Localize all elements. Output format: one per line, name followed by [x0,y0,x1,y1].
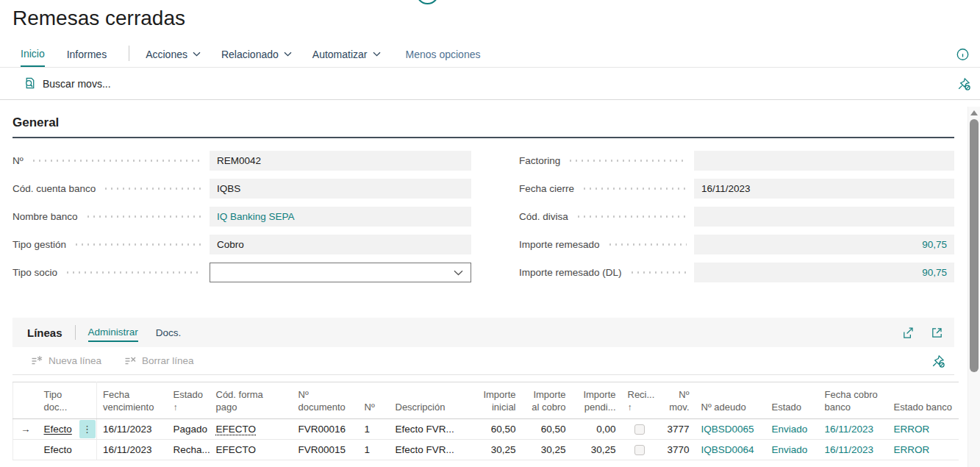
scrollbar-up-arrow[interactable] [970,110,978,115]
menos-opciones-button[interactable]: Menos opciones [406,41,481,67]
col-estado-banco[interactable]: Estado banco [888,382,959,419]
cell-estado[interactable]: Recha... [168,440,210,460]
cell-fecha-cobro-banco[interactable]: 16/11/2023 [819,440,888,460]
cell-estado-envio[interactable]: Enviado [766,440,819,460]
cell-cod-forma-pago[interactable]: EFECTO [210,440,293,460]
tab-inicio[interactable]: Inicio [21,41,45,67]
menu-relacionado[interactable]: Relacionado [221,41,292,67]
col-importe-inicial-label: Importe inicial [483,389,515,413]
field-nombre-banco-value[interactable]: IQ Banking SEPA [210,207,471,227]
borrar-linea-button[interactable]: Borrar línea [124,354,194,368]
field-importe-remesado-dl-value[interactable]: 90,75 [694,263,954,282]
cell-link[interactable]: Enviado [772,424,808,435]
cell-num-mov[interactable]: 3770 [657,440,695,460]
col-num[interactable]: Nº [359,382,390,419]
cell-recibido[interactable] [622,419,657,440]
field-factoring-value[interactable] [694,151,954,171]
col-descripcion[interactable]: Descripción [390,382,475,419]
unpin-icon[interactable] [931,354,945,368]
cell-link[interactable]: ERROR [894,424,930,435]
col-importe-al-cobro[interactable]: Importe al cobro [522,382,572,419]
cell-value: 60,50 [541,424,566,435]
cell-link[interactable]: IQBSD0064 [701,444,754,455]
buscar-movs-button[interactable]: Buscar movs... [23,76,111,90]
nueva-linea-button[interactable]: Nueva línea [30,354,101,368]
ellipsis-vertical-icon: ⋮ [82,424,92,435]
recibido-checkbox[interactable] [634,445,645,455]
vertical-scrollbar[interactable] [968,107,980,467]
col-cod-forma-pago[interactable]: Cód. forma pago [210,382,293,419]
cell-num-documento[interactable]: FVR00015 [293,440,359,460]
info-icon[interactable] [956,47,970,61]
field-tipo-socio-select[interactable] [210,263,471,282]
col-tipo-doc[interactable]: Tipo doc... [38,382,78,419]
field-cod-cuenta-banco: Cód. cuenta banco IQBS [12,179,471,199]
cell-value: Efecto [44,444,72,455]
field-importe-remesado-value[interactable]: 90,75 [694,235,954,254]
scrollbar-thumb[interactable] [970,119,979,372]
lines-tab-docs[interactable]: Docs. [156,324,182,341]
cell-tipo-doc[interactable]: Efecto [38,440,78,460]
cell-value: 0,00 [596,424,615,435]
cell-estado[interactable]: Pagado [168,419,210,440]
unpin-icon[interactable] [956,76,971,91]
col-num-mov[interactable]: Nº mov. [657,382,695,419]
recibido-checkbox[interactable] [634,424,645,435]
col-fecha-cobro-banco[interactable]: Fecha cobro banco [819,382,888,419]
cell-num-mov[interactable]: 3777 [657,419,695,440]
cell-estado-envio[interactable]: Enviado [766,419,819,440]
cell-num[interactable]: 1 [359,440,390,460]
cell-num-adeudo[interactable]: IQBSD0064 [695,440,766,460]
cell-fecha-cobro-banco[interactable]: 16/11/2023 [819,419,888,440]
field-tipo-gestion-value[interactable]: Cobro [210,235,471,254]
cell-descripcion[interactable]: Efecto FVR... [390,419,475,440]
cell-num-documento[interactable]: FVR00016 [293,419,359,440]
field-tipo-gestion-label: Tipo gestión [12,239,66,250]
cell-value: 3777 [667,424,689,435]
field-no-value[interactable]: REM0042 [210,151,471,171]
cell-importe-al-cobro[interactable]: 30,25 [522,440,572,460]
col-estado-envio[interactable]: Estado [766,382,819,419]
cell-estado-banco[interactable]: ERROR [888,419,959,440]
col-recibido[interactable]: Reci...↑ [622,382,657,419]
col-estado-banco-label: Estado banco [894,402,953,413]
col-num-adeudo[interactable]: Nº adeudo [695,382,766,419]
row-menu-button[interactable]: ⋮ [79,420,96,438]
cell-link[interactable]: ERROR [894,444,930,455]
cell-importe-pendiente[interactable]: 0,00 [572,419,622,440]
menu-acciones[interactable]: Acciones [146,41,201,67]
cell-fecha-vencimiento[interactable]: 16/11/2023 [97,440,168,460]
lines-tab-administrar[interactable]: Administrar [88,324,138,342]
menu-automatizar[interactable]: Automatizar [312,41,381,67]
general-fields: Nº REM0042 Cód. cuenta banco IQBS Nombre… [12,151,954,282]
col-importe-pendiente[interactable]: Importe pendi... [572,382,622,419]
cell-cod-forma-pago[interactable]: EFECTO [210,419,293,440]
field-cod-divisa-value[interactable] [694,207,954,227]
field-fecha-cierre-value[interactable]: 16/11/2023 [694,179,954,199]
cell-num[interactable]: 1 [359,419,390,440]
cell-importe-pendiente[interactable]: 30,25 [572,440,622,460]
cell-importe-inicial[interactable]: 60,50 [475,419,522,440]
cell-importe-al-cobro[interactable]: 60,50 [522,419,572,440]
expand-icon[interactable] [930,326,944,340]
cell-importe-inicial[interactable]: 30,25 [475,440,522,460]
cell-num-adeudo[interactable]: IQBSD0065 [695,419,766,440]
cell-recibido[interactable] [622,440,657,460]
row-selector-cell[interactable]: → [13,419,38,440]
cell-estado-banco[interactable]: ERROR [888,440,959,460]
cell-link[interactable]: 16/11/2023 [825,424,874,435]
cell-fecha-vencimiento[interactable]: 16/11/2023 [97,419,168,440]
cell-tipo-doc[interactable]: Efecto [38,419,78,440]
cell-descripcion[interactable]: Efecto FVR... [390,440,475,460]
col-num-documento[interactable]: Nº documento [293,382,359,419]
tab-informes[interactable]: Informes [67,41,107,67]
col-estado[interactable]: Estado↑ [168,382,210,419]
share-icon[interactable] [901,326,915,340]
field-cod-cuenta-banco-value[interactable]: IQBS [210,179,471,199]
col-fecha-vencimiento[interactable]: Fecha vencimiento [97,382,168,419]
cell-link[interactable]: IQBSD0065 [701,424,754,435]
cell-link[interactable]: Enviado [772,444,808,455]
row-selector-cell[interactable] [13,440,38,460]
cell-link[interactable]: 16/11/2023 [825,444,874,455]
col-importe-inicial[interactable]: Importe inicial [475,382,522,419]
